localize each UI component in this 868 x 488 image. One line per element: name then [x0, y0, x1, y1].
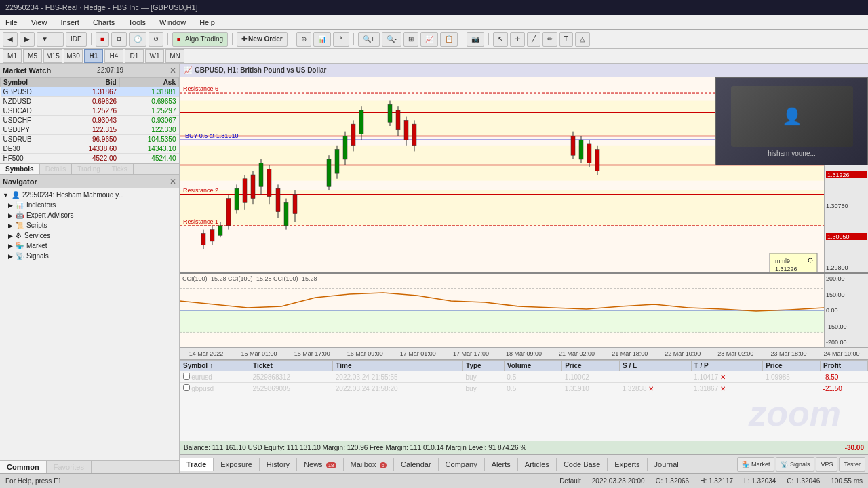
stop-button[interactable]: ■	[96, 32, 109, 47]
col-time[interactable]: Time	[333, 361, 463, 371]
tab-exposure[interactable]: Exposure	[214, 458, 259, 471]
crosshair2-button[interactable]: ✛	[510, 32, 525, 47]
menu-charts[interactable]: Charts	[90, 17, 117, 28]
nav-market[interactable]: ▶ 🏪 Market	[0, 241, 179, 251]
nav-signals[interactable]: ▶ 📡 Signals	[0, 251, 179, 261]
pen-button[interactable]: ✏	[542, 32, 557, 47]
period-h4[interactable]: H4	[104, 49, 123, 63]
menu-window[interactable]: Window	[157, 17, 189, 28]
period-mn[interactable]: MN	[165, 49, 184, 63]
templates-button[interactable]: 📋	[440, 32, 458, 47]
ide-button[interactable]: IDE	[66, 32, 87, 47]
tab-trade[interactable]: Trade	[180, 458, 214, 471]
mw-row[interactable]: NZDUSD 0.69626 0.69653	[1, 97, 179, 106]
algo-trading[interactable]: ■ Algo Trading	[172, 32, 228, 47]
account-dropdown[interactable]: ▼	[37, 32, 64, 47]
btn-signals[interactable]: 📡 Signals	[776, 457, 814, 472]
col-price[interactable]: Price	[562, 361, 620, 371]
period-w1[interactable]: W1	[145, 49, 164, 63]
nav-expert-advisors[interactable]: ▶ 🤖 Expert Advisors	[0, 210, 179, 220]
zoom-in[interactable]: 🔍+	[358, 32, 380, 47]
mw-col-bid[interactable]: Bid	[60, 78, 119, 87]
refresh-button[interactable]: ↺	[149, 32, 163, 47]
candlestick-button[interactable]: 🕯	[333, 32, 349, 47]
shapes-button[interactable]: △	[575, 32, 590, 47]
forward-button[interactable]: ▶	[20, 32, 35, 47]
period-m15[interactable]: M15	[43, 49, 62, 63]
menu-help[interactable]: Help	[197, 17, 218, 28]
tab-company[interactable]: Company	[439, 458, 485, 471]
mw-row[interactable]: USDCHF 0.93043 0.93067	[1, 116, 179, 125]
col-curprice[interactable]: Price	[763, 361, 821, 371]
market-watch-close[interactable]: ✕	[170, 66, 176, 75]
menu-view[interactable]: View	[28, 17, 50, 28]
tab-articles[interactable]: Articles	[518, 458, 557, 471]
line-button[interactable]: ╱	[527, 32, 540, 47]
mw-row[interactable]: DE30 14338.60 14343.10	[1, 144, 179, 154]
btn-tester[interactable]: Tester	[839, 457, 865, 472]
compile-button[interactable]: ⚙	[111, 32, 127, 47]
order-row[interactable]: eurusd 2529868312 2022.03.24 21:55:55 bu…	[180, 371, 868, 383]
menu-insert[interactable]: Insert	[58, 17, 82, 28]
mw-col-symbol[interactable]: Symbol	[1, 78, 60, 87]
menu-tools[interactable]: Tools	[125, 17, 149, 28]
btn-vps[interactable]: VPS	[816, 457, 837, 472]
cursor-button[interactable]: ↖	[493, 32, 508, 47]
candle-area[interactable]: 👤 hisham youne... 1.32850 1.32446 1.3193…	[180, 77, 868, 272]
tab-trading[interactable]: Trading	[72, 164, 106, 174]
mw-row[interactable]: GBPUSD 1.31867 1.31881	[1, 87, 179, 97]
tab-common[interactable]: Common	[0, 461, 47, 473]
tab-mailbox[interactable]: Mailbox 6	[344, 458, 394, 471]
mw-row[interactable]: USDRUB 96.9650 104.5350	[1, 135, 179, 144]
period-h1[interactable]: H1	[84, 49, 103, 63]
col-tp[interactable]: T / P	[691, 361, 763, 371]
ohlc-button[interactable]: 📊	[313, 32, 331, 47]
period-d1[interactable]: D1	[125, 49, 144, 63]
sl-close[interactable]: ✕	[648, 385, 654, 392]
order-checkbox[interactable]	[183, 373, 190, 380]
col-type[interactable]: Type	[463, 361, 505, 371]
tab-symbols[interactable]: Symbols	[0, 164, 40, 174]
tab-journal[interactable]: Journal	[648, 458, 686, 471]
new-order-button[interactable]: ✚ New Order	[237, 32, 288, 47]
navigator-close[interactable]: ✕	[170, 177, 176, 186]
tab-calendar[interactable]: Calendar	[394, 458, 439, 471]
nav-services[interactable]: ▶ ⚙ Services	[0, 230, 179, 241]
period-m5[interactable]: M5	[23, 49, 42, 63]
period-m30[interactable]: M30	[64, 49, 83, 63]
zoom-out[interactable]: 🔍-	[382, 32, 401, 47]
tab-codebase[interactable]: Code Base	[557, 458, 608, 471]
indicators-button[interactable]: 📈	[420, 32, 438, 47]
btn-market[interactable]: 🏪 Market	[737, 457, 774, 472]
col-volume[interactable]: Volume	[504, 361, 561, 371]
menu-file[interactable]: File	[3, 17, 20, 28]
nav-scripts[interactable]: ▶ 📜 Scripts	[0, 220, 179, 230]
col-profit[interactable]: Profit	[821, 361, 868, 371]
tab-news[interactable]: News 18	[297, 458, 343, 471]
back-button[interactable]: ◀	[3, 32, 18, 47]
col-ticket[interactable]: Ticket	[250, 361, 333, 371]
period-m1[interactable]: M1	[3, 49, 22, 63]
tp-close[interactable]: ✕	[720, 385, 726, 392]
text-button[interactable]: T	[559, 32, 573, 47]
tab-history[interactable]: History	[260, 458, 297, 471]
order-checkbox[interactable]	[183, 384, 190, 391]
nav-indicators[interactable]: ▶ 📊 Indicators	[0, 200, 179, 210]
history-center[interactable]: 🕐	[129, 32, 146, 47]
tp-close[interactable]: ✕	[720, 373, 726, 381]
grid-button[interactable]: ⊞	[403, 32, 418, 47]
account-expand-icon[interactable]: ▼	[3, 192, 9, 199]
col-sl[interactable]: S / L	[620, 361, 692, 371]
orders-table-wrapper[interactable]: Symbol ↑ Ticket Time Type Volume Price S…	[180, 360, 868, 441]
tab-alerts[interactable]: Alerts	[485, 458, 518, 471]
mw-col-ask[interactable]: Ask	[119, 78, 178, 87]
crosshair-button[interactable]: ⊕	[296, 32, 311, 47]
mw-row[interactable]: USDCAD 1.25276 1.25297	[1, 106, 179, 116]
mw-row[interactable]: HF500 4522.00 4524.40	[1, 154, 179, 163]
tab-experts[interactable]: Experts	[608, 458, 647, 471]
mw-row[interactable]: USDJPY 122.315 122.330	[1, 125, 179, 135]
tab-details[interactable]: Details	[40, 164, 73, 174]
col-symbol[interactable]: Symbol ↑	[180, 361, 250, 371]
tab-favorites[interactable]: Favorites	[47, 461, 92, 473]
tab-ticks[interactable]: Ticks	[106, 164, 134, 174]
